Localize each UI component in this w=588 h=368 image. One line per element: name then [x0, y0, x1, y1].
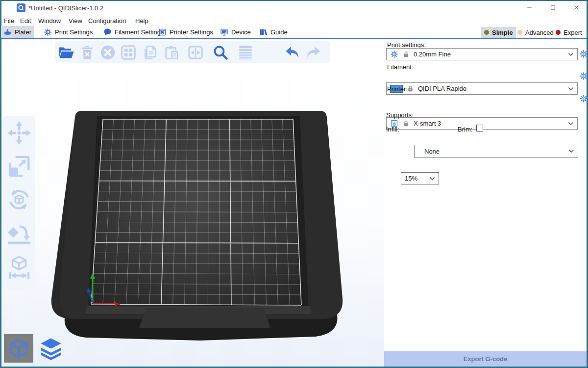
infill-combo[interactable]: 15% — [401, 172, 439, 184]
simple-mode-dot-icon — [484, 30, 489, 35]
copy-button[interactable] — [142, 44, 159, 61]
tab-print-settings-label: Print Settings — [55, 28, 93, 36]
preview-view-button[interactable] — [36, 334, 66, 363]
tab-guide[interactable]: Guide — [257, 26, 290, 38]
undo-button[interactable] — [283, 44, 301, 61]
infill-label: Infill: — [386, 126, 399, 133]
copy-icon — [142, 44, 159, 61]
arrange-button[interactable] — [120, 44, 137, 61]
infill-value: 15% — [405, 175, 417, 182]
mode-advanced[interactable]: Advanced — [514, 27, 557, 38]
delete-all-button[interactable] — [99, 44, 116, 61]
filament-icon — [103, 28, 112, 36]
tab-plater[interactable]: Plater — [1, 26, 34, 38]
supports-value: None — [418, 148, 440, 155]
gear-icon — [579, 94, 588, 103]
chevron-down-icon — [568, 122, 574, 126]
mode-expert-label: Expert — [564, 29, 582, 36]
search-icon — [212, 44, 229, 61]
close-button[interactable] — [566, 1, 587, 14]
tab-device-label: Device — [231, 28, 251, 36]
move-icon — [7, 121, 31, 145]
filament-gear-button[interactable] — [579, 72, 588, 80]
app-logo-icon — [17, 3, 25, 12]
undo-icon — [283, 44, 301, 61]
delete-button[interactable] — [79, 44, 96, 61]
window-title: *Untitled - QIDISlicer-1.0.2 — [28, 4, 103, 12]
bed-handle-recess — [139, 308, 270, 328]
maximize-icon — [550, 4, 556, 11]
minimize-button[interactable] — [519, 1, 539, 14]
menu-file[interactable]: File — [4, 16, 14, 26]
chevron-down-icon — [568, 149, 574, 153]
chevron-down-icon — [568, 87, 574, 91]
device-icon — [220, 28, 228, 36]
close-icon — [573, 4, 580, 11]
export-gcode-button[interactable]: Export G-code — [384, 351, 587, 367]
redo-icon — [305, 44, 322, 61]
tab-print-settings[interactable]: Print Settings — [41, 26, 95, 38]
printer-value: X-smart 3 — [414, 120, 441, 127]
open-button[interactable] — [58, 44, 74, 61]
supports-label: Supports: — [386, 111, 414, 119]
menu-help[interactable]: Help — [135, 16, 148, 26]
measure-icon — [7, 255, 31, 280]
arrange-icon — [120, 44, 137, 61]
tab-printer-settings-label: Printer Settings — [170, 28, 213, 36]
print-settings-combo[interactable]: 0.20mm Fine — [386, 48, 578, 60]
menu-configuration[interactable]: Configuration — [88, 16, 126, 26]
maximize-button[interactable] — [543, 1, 563, 14]
menu-view[interactable]: View — [69, 16, 82, 26]
filament-value: QIDI PLA Rapido — [418, 85, 466, 92]
gear-icon — [44, 28, 52, 36]
place-on-face-tool-button[interactable] — [7, 221, 31, 245]
printer-gear-button[interactable] — [579, 94, 588, 103]
scale-tool-button[interactable] — [7, 154, 31, 179]
paste-button[interactable] — [163, 44, 180, 61]
measure-tool-button[interactable] — [7, 255, 31, 280]
print-settings-gear-button[interactable] — [579, 50, 588, 58]
menu-edit[interactable]: Edit — [20, 16, 31, 26]
rotate-tool-button[interactable] — [7, 187, 31, 212]
supports-combo[interactable]: None — [414, 145, 578, 158]
export-gcode-label: Export G-code — [464, 355, 508, 363]
guide-icon — [259, 28, 268, 36]
expert-mode-dot-icon — [556, 30, 561, 35]
paste-icon — [163, 44, 180, 61]
split-objects-icon — [187, 44, 204, 61]
filament-label: Filament: — [387, 63, 413, 71]
scale-icon — [7, 154, 31, 179]
variable-layer-height-icon — [237, 44, 254, 61]
mode-simple-label: Simple — [492, 29, 513, 36]
lock-icon — [407, 85, 414, 92]
chevron-down-icon — [429, 177, 435, 181]
chevron-down-icon — [568, 53, 574, 56]
3d-cube-icon — [8, 338, 29, 359]
tab-device[interactable]: Device — [218, 26, 253, 38]
move-tool-button[interactable] — [7, 121, 31, 145]
brim-checkbox[interactable] — [476, 125, 483, 131]
lock-icon — [402, 51, 410, 58]
search-button[interactable] — [212, 44, 229, 61]
tab-printer-settings[interactable]: Printer Settings — [156, 26, 216, 38]
tab-plater-label: Plater — [15, 28, 31, 36]
3d-editor-view-button[interactable] — [4, 334, 33, 363]
window-border-top — [0, 0, 588, 1]
variable-layer-height-button[interactable] — [237, 44, 254, 61]
delete-all-icon — [99, 44, 116, 61]
rotate-icon — [7, 187, 31, 212]
menu-window[interactable]: Window — [38, 16, 61, 26]
mode-simple[interactable]: Simple — [481, 27, 516, 38]
brim-label: Brim: — [458, 126, 472, 133]
lock-icon — [402, 120, 410, 127]
filament-combo[interactable]: QIDI PLA Rapido — [386, 82, 578, 95]
layers-stack-icon — [39, 337, 63, 360]
plater-icon — [3, 28, 12, 36]
mode-expert[interactable]: Expert — [553, 27, 585, 38]
gear-icon — [579, 72, 588, 80]
advanced-mode-dot-icon — [517, 30, 522, 35]
redo-button[interactable] — [305, 44, 322, 61]
minimize-icon — [526, 4, 533, 11]
split-objects-button[interactable] — [187, 44, 204, 61]
printer-label: Printer: — [387, 85, 408, 93]
